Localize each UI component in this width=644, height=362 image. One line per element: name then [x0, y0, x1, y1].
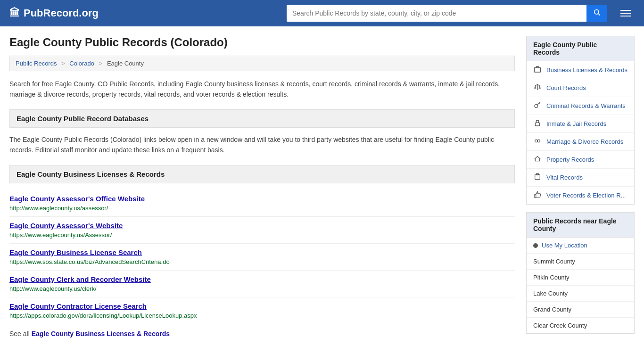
- nearby-county-pitkin-county[interactable]: Pitkin County: [527, 270, 634, 286]
- search-icon: [593, 8, 601, 16]
- sidebar-item-label: Criminal Records & Warrants: [546, 102, 626, 109]
- sidebar-item-criminal-records-warrants[interactable]: Criminal Records & Warrants: [527, 97, 634, 115]
- sidebar-nearby-title: Public Records near EagleCounty: [527, 213, 634, 238]
- sidebar-item-vital-records[interactable]: Vital Records: [527, 169, 634, 187]
- record-title[interactable]: Eagle County Contractor License Search: [9, 302, 515, 310]
- record-title[interactable]: Eagle County Business License Search: [9, 248, 515, 256]
- svg-point-0: [594, 10, 599, 14]
- svg-rect-5: [535, 123, 539, 126]
- record-entry: Eagle County Assessor's Office Website h…: [9, 190, 515, 217]
- sidebar-item-icon: [533, 173, 542, 182]
- logo-icon: 🏛: [9, 7, 20, 19]
- page-title: Eagle County Public Records (Colorado): [9, 36, 515, 49]
- svg-line-1: [598, 14, 600, 16]
- record-entry: Eagle County Contractor License Search h…: [9, 297, 515, 324]
- main-container: Eagle County Public Records (Colorado) P…: [0, 26, 644, 341]
- breadcrumb-colorado[interactable]: Colorado: [69, 60, 94, 67]
- svg-rect-2: [534, 68, 540, 72]
- sidebar-public-records-title: Eagle County PublicRecords: [527, 36, 634, 61]
- sidebar-item-court-records[interactable]: Court Records: [527, 79, 634, 97]
- menu-bar-1: [620, 10, 631, 11]
- sidebar-item-label: Voter Records & Election R...: [546, 192, 626, 199]
- search-button[interactable]: [586, 5, 607, 22]
- sidebar-item-label: Court Records: [546, 84, 586, 91]
- record-url: https://www.sos.state.co.us/biz/Advanced…: [9, 258, 170, 265]
- sidebar: Eagle County PublicRecords Business Lice…: [526, 36, 635, 341]
- logo[interactable]: 🏛 PubRecord.org: [9, 7, 99, 19]
- menu-bar-2: [620, 13, 631, 14]
- record-title[interactable]: Eagle County Clerk and Recorder Website: [9, 275, 515, 283]
- sidebar-item-icon: [533, 191, 542, 200]
- databases-section-header: Eagle County Public Record Databases: [9, 109, 515, 128]
- record-entry: Eagle County Business License Search htt…: [9, 244, 515, 271]
- record-title[interactable]: Eagle County Assessor's Website: [9, 222, 515, 230]
- sidebar-item-icon: [533, 119, 542, 128]
- sidebar-item-marriage-divorce-records[interactable]: Marriage & Divorce Records: [527, 133, 634, 151]
- use-my-location[interactable]: Use My Location: [527, 238, 634, 254]
- sidebar-item-label: Inmate & Jail Records: [546, 120, 606, 127]
- sidebar-item-property-records[interactable]: Property Records: [527, 151, 634, 169]
- see-all-text: See all Eagle County Business Licenses &…: [9, 330, 515, 337]
- sidebar-nearby-box: Public Records near EagleCounty Use My L…: [526, 212, 635, 334]
- sidebar-public-records-box: Eagle County PublicRecords Business Lice…: [526, 36, 635, 205]
- svg-point-7: [537, 140, 540, 142]
- breadcrumb-sep-1: >: [61, 60, 65, 67]
- nearby-county-clear-creek-county[interactable]: Clear Creek County: [527, 318, 634, 333]
- sidebar-records-list: Business Licenses & Records Court Record…: [527, 61, 634, 204]
- sidebar-item-voter-records-election-r-[interactable]: Voter Records & Election R...: [527, 187, 634, 204]
- record-list: Eagle County Assessor's Office Website h…: [9, 190, 515, 324]
- use-location-label: Use My Location: [542, 242, 587, 249]
- content-area: Eagle County Public Records (Colorado) P…: [9, 36, 515, 341]
- breadcrumb-public-records[interactable]: Public Records: [16, 60, 57, 67]
- sidebar-item-icon: [533, 155, 542, 164]
- record-url: http://www.eaglecounty.us/clerk/: [9, 285, 97, 292]
- sidebar-item-icon: [533, 137, 542, 146]
- page-description: Search for free Eagle County, CO Public …: [9, 79, 515, 100]
- sidebar-item-label: Property Records: [546, 156, 594, 163]
- sidebar-item-icon: [533, 66, 542, 74]
- sidebar-item-icon: [533, 83, 542, 92]
- record-entry: Eagle County Assessor's Website https://…: [9, 217, 515, 244]
- sidebar-item-label: Vital Records: [546, 174, 583, 181]
- search-input[interactable]: [287, 5, 586, 22]
- header: 🏛 PubRecord.org: [0, 0, 644, 26]
- breadcrumb-eagle-county: Eagle County: [107, 60, 144, 67]
- record-url: https://www.eaglecounty.us/Assessor/: [9, 231, 112, 239]
- record-url: https://apps.colorado.gov/dora/licensing…: [9, 312, 197, 319]
- location-icon: [533, 243, 538, 248]
- nearby-county-summit-county[interactable]: Summit County: [527, 254, 634, 270]
- sidebar-item-inmate-jail-records[interactable]: Inmate & Jail Records: [527, 115, 634, 133]
- menu-bar-3: [620, 16, 631, 16]
- breadcrumb-sep-2: >: [99, 60, 103, 67]
- databases-description: The Eagle County Public Records (Colorad…: [9, 134, 515, 156]
- logo-text: PubRecord.org: [24, 7, 99, 19]
- sidebar-item-label: Business Licenses & Records: [546, 66, 627, 74]
- record-url: http://www.eaglecounty.us/assessor/: [9, 205, 108, 212]
- nearby-county-grand-county[interactable]: Grand County: [527, 302, 634, 318]
- sidebar-item-business-licenses-records[interactable]: Business Licenses & Records: [527, 61, 634, 79]
- sidebar-item-label: Marriage & Divorce Records: [546, 138, 623, 145]
- record-entry: Eagle County Clerk and Recorder Website …: [9, 271, 515, 297]
- record-title[interactable]: Eagle County Assessor's Office Website: [9, 195, 515, 203]
- svg-point-6: [535, 140, 537, 142]
- svg-point-4: [535, 105, 538, 108]
- sidebar-item-icon: [533, 101, 542, 110]
- menu-button[interactable]: [617, 8, 635, 18]
- sidebar-nearby-list: Summit CountyPitkin CountyLake CountyGra…: [527, 254, 634, 333]
- see-all-link[interactable]: Eagle County Business Licenses & Records: [32, 330, 170, 337]
- breadcrumb: Public Records > Colorado > Eagle County: [9, 56, 515, 71]
- search-container: [287, 5, 607, 22]
- business-section-header: Eagle County Business Licenses & Records: [9, 165, 515, 183]
- nearby-county-lake-county[interactable]: Lake County: [527, 286, 634, 302]
